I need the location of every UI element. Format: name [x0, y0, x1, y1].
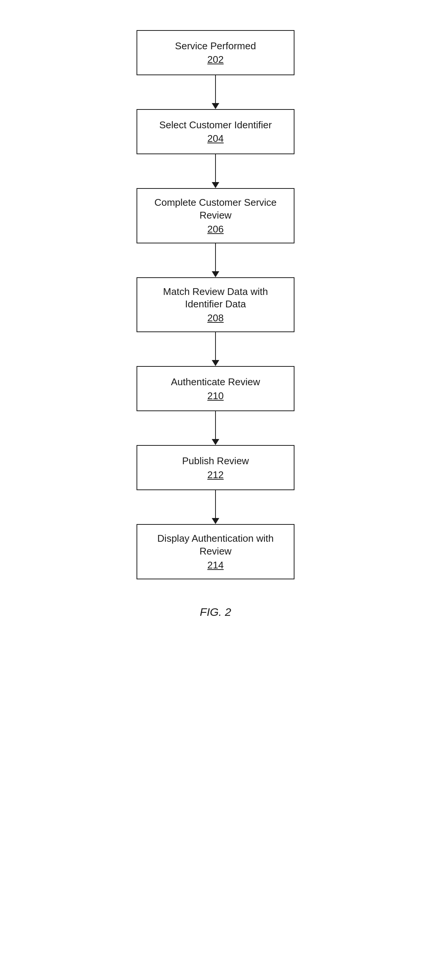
node-214-title: Display Authentication with Review: [149, 532, 282, 558]
node-202-number: 202: [207, 54, 223, 65]
arrow-line-4: [215, 332, 216, 360]
arrow-head-6: [212, 518, 219, 524]
node-208-title: Match Review Data with Identifier Data: [149, 286, 282, 311]
node-206-title: Complete Customer Service Review: [149, 196, 282, 222]
arrow-head-2: [212, 182, 219, 188]
node-204-title: Select Customer Identifier: [159, 119, 272, 132]
arrow-line-6: [215, 490, 216, 518]
arrow-head-4: [212, 360, 219, 366]
node-208-number: 208: [207, 312, 223, 324]
arrow-line-3: [215, 243, 216, 271]
node-202-title: Service Performed: [175, 40, 256, 52]
node-select-customer-identifier: Select Customer Identifier 204: [137, 109, 294, 154]
node-210-number: 210: [207, 390, 223, 402]
figure-label: FIG. 2: [200, 606, 231, 619]
arrow-2: [212, 154, 219, 188]
node-212-number: 212: [207, 469, 223, 481]
arrow-line-5: [215, 411, 216, 439]
arrow-3: [212, 243, 219, 277]
arrow-line-1: [215, 75, 216, 103]
flowchart-diagram: Service Performed 202 Select Customer Id…: [0, 0, 431, 656]
node-publish-review: Publish Review 212: [137, 445, 294, 490]
node-match-review-data: Match Review Data with Identifier Data 2…: [137, 277, 294, 332]
arrow-head-3: [212, 271, 219, 277]
arrow-1: [212, 75, 219, 109]
arrow-6: [212, 490, 219, 524]
node-service-performed: Service Performed 202: [137, 30, 294, 75]
node-212-title: Publish Review: [182, 455, 249, 468]
node-204-number: 204: [207, 133, 223, 145]
node-authenticate-review: Authenticate Review 210: [137, 366, 294, 411]
arrow-head-5: [212, 439, 219, 445]
node-214-number: 214: [207, 559, 223, 571]
arrow-head-1: [212, 103, 219, 109]
node-display-authentication: Display Authentication with Review 214: [137, 524, 294, 579]
node-complete-customer-service-review: Complete Customer Service Review 206: [137, 188, 294, 243]
arrow-5: [212, 411, 219, 445]
node-206-number: 206: [207, 223, 223, 235]
node-210-title: Authenticate Review: [171, 376, 260, 389]
arrow-4: [212, 332, 219, 366]
arrow-line-2: [215, 154, 216, 182]
